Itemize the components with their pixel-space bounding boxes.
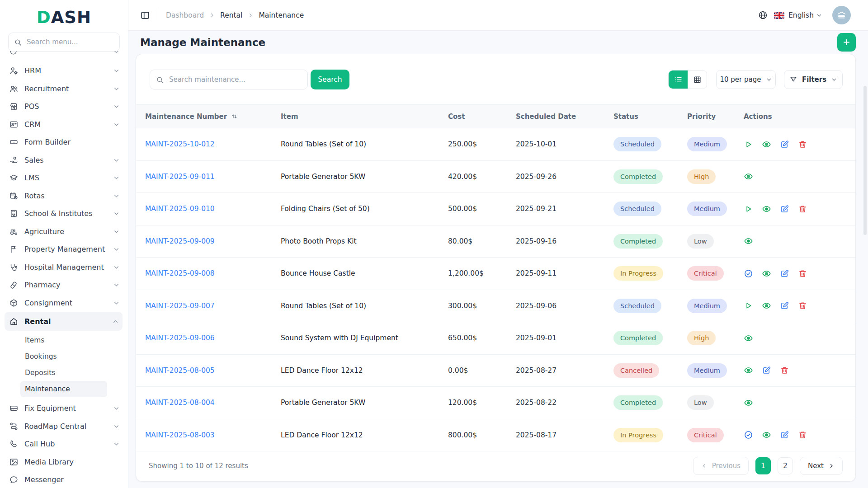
maintenance-number-link[interactable]: MAINT-2025-09-008 bbox=[145, 269, 215, 277]
cell-cost: 650.00$ bbox=[439, 322, 507, 355]
sidebar-item-label: Hospital Management bbox=[24, 263, 107, 272]
delete-button[interactable] bbox=[798, 140, 807, 149]
sidebar-item-messenger[interactable]: Messenger bbox=[0, 471, 128, 488]
sidebar-subitem-deposits[interactable]: Deposits bbox=[17, 365, 128, 381]
breadcrumb-item-rental[interactable]: Rental bbox=[220, 11, 242, 19]
view-button[interactable] bbox=[744, 366, 753, 375]
breadcrumb-item-dashboard[interactable]: Dashboard bbox=[166, 11, 204, 19]
view-button[interactable] bbox=[762, 140, 771, 149]
globe-icon[interactable] bbox=[758, 10, 768, 20]
sidebar-item-rental[interactable]: Rental bbox=[5, 312, 123, 331]
sidebar-item-school-institutes[interactable]: School & Institutes bbox=[0, 205, 128, 223]
maintenance-number-link[interactable]: MAINT-2025-08-003 bbox=[145, 431, 215, 439]
play-button[interactable] bbox=[744, 140, 753, 149]
play-button[interactable] bbox=[744, 301, 753, 310]
sidebar-toggle-icon[interactable] bbox=[140, 10, 150, 20]
column-header-cost: Cost bbox=[439, 105, 507, 128]
delete-button[interactable] bbox=[798, 301, 807, 310]
sidebar-search-input[interactable] bbox=[26, 38, 114, 47]
maintenance-number-link[interactable]: MAINT-2025-09-011 bbox=[145, 173, 215, 181]
maintenance-number-link[interactable]: MAINT-2025-09-009 bbox=[145, 237, 215, 245]
view-button[interactable] bbox=[744, 333, 753, 343]
sidebar-item-consignment[interactable]: Consignment bbox=[0, 294, 128, 312]
grid-view-button[interactable] bbox=[688, 70, 707, 89]
next-page-button[interactable]: Next bbox=[800, 457, 843, 475]
sidebar-item-crm[interactable]: CRM bbox=[0, 116, 128, 134]
view-button[interactable] bbox=[762, 269, 771, 278]
breadcrumb-item-maintenance[interactable]: Maintenance bbox=[259, 11, 304, 19]
edit-button[interactable] bbox=[780, 140, 789, 149]
view-button[interactable] bbox=[744, 236, 753, 246]
maintenance-number-link[interactable]: MAINT-2025-09-007 bbox=[145, 302, 215, 310]
sidebar-item-agriculture[interactable]: Agriculture bbox=[0, 223, 128, 241]
complete-button[interactable] bbox=[744, 269, 753, 278]
maintenance-number-link[interactable]: MAINT-2025-09-010 bbox=[145, 205, 215, 213]
sidebar-item-fix-equipment[interactable]: Fix Equipment bbox=[0, 399, 128, 418]
maintenance-number-link[interactable]: MAINT-2025-08-004 bbox=[145, 399, 215, 407]
view-button[interactable] bbox=[744, 172, 753, 181]
status-badge: Completed bbox=[613, 169, 663, 184]
play-button[interactable] bbox=[744, 204, 753, 214]
filters-button[interactable]: Filters bbox=[784, 70, 843, 89]
status-badge: In Progress bbox=[613, 266, 663, 281]
brand-logo[interactable]: DASH bbox=[0, 7, 128, 27]
table-search-input[interactable] bbox=[168, 75, 302, 84]
cell-scheduled-date: 2025-09-16 bbox=[507, 225, 606, 258]
list-view-button[interactable] bbox=[669, 70, 688, 89]
sidebar-item-pos[interactable]: POS bbox=[0, 98, 128, 116]
view-button[interactable] bbox=[762, 430, 771, 440]
table-row: MAINT-2025-09-009 Photo Booth Props Kit … bbox=[136, 225, 855, 258]
maintenance-number-link[interactable]: MAINT-2025-09-006 bbox=[145, 334, 215, 342]
sidebar-item-recruitment[interactable]: Recruitment bbox=[0, 80, 128, 98]
chevron-down-icon bbox=[113, 121, 120, 128]
delete-button[interactable] bbox=[798, 269, 807, 278]
avatar[interactable] bbox=[832, 6, 851, 24]
column-label: Status bbox=[613, 113, 638, 121]
sidebar-item-rotas[interactable]: Rotas bbox=[0, 187, 128, 205]
maintenance-number-link[interactable]: MAINT-2025-08-005 bbox=[145, 366, 215, 375]
column-header-scheduled-date: Scheduled Date bbox=[507, 105, 606, 128]
page-title: Manage Maintenance bbox=[140, 37, 265, 48]
sidebar-item-lms[interactable]: LMS bbox=[0, 169, 128, 187]
delete-button[interactable] bbox=[780, 366, 789, 375]
complete-button[interactable] bbox=[744, 430, 753, 440]
previous-page-button[interactable]: Previous bbox=[693, 457, 749, 475]
maintenance-number-link[interactable]: MAINT-2025-10-012 bbox=[145, 140, 215, 148]
sidebar-subitem-items[interactable]: Items bbox=[17, 332, 128, 348]
uk-flag-icon[interactable] bbox=[774, 12, 784, 19]
sidebar-item-sales[interactable]: Sales bbox=[0, 151, 128, 169]
view-button[interactable] bbox=[762, 204, 771, 214]
delete-button[interactable] bbox=[798, 430, 807, 440]
edit-button[interactable] bbox=[780, 269, 789, 278]
view-button[interactable] bbox=[762, 301, 771, 310]
sidebar-subitem-bookings[interactable]: Bookings bbox=[17, 348, 128, 365]
sidebar-item-hospital-management[interactable]: Hospital Management bbox=[0, 258, 128, 277]
cell-item: Sound System with DJ Equipment bbox=[272, 322, 439, 355]
sidebar-item-hrm[interactable]: HRM bbox=[0, 62, 128, 80]
sidebar-subitem-maintenance[interactable]: Maintenance bbox=[20, 381, 107, 397]
delete-button[interactable] bbox=[798, 204, 807, 214]
sidebar-item-pharmacy[interactable]: Pharmacy bbox=[0, 276, 128, 294]
sidebar-item-form-builder[interactable]: Form Builder bbox=[0, 133, 128, 151]
per-page-select[interactable]: 10 per page bbox=[716, 70, 776, 89]
language-selector[interactable]: English bbox=[788, 11, 814, 19]
page-button-2[interactable]: 2 bbox=[778, 457, 793, 474]
row-actions bbox=[744, 236, 855, 246]
sort-icon[interactable] bbox=[231, 113, 238, 120]
sidebar-item-roadmap-central[interactable]: RoadMap Central bbox=[0, 418, 128, 436]
sidebar-item-call-hub[interactable]: Call Hub bbox=[0, 435, 128, 453]
edit-button[interactable] bbox=[780, 204, 789, 214]
search-button[interactable]: Search bbox=[311, 70, 349, 89]
chevron-down-icon[interactable] bbox=[816, 12, 822, 19]
add-maintenance-button[interactable] bbox=[837, 33, 856, 52]
edit-button[interactable] bbox=[762, 366, 771, 375]
page-button-1[interactable]: 1 bbox=[755, 457, 771, 474]
edit-button[interactable] bbox=[780, 430, 789, 440]
per-page-value: 10 per page bbox=[720, 75, 761, 84]
page-scrollbar[interactable] bbox=[863, 86, 867, 235]
view-button[interactable] bbox=[744, 398, 753, 408]
sidebar-item-clipped[interactable] bbox=[0, 51, 128, 62]
edit-button[interactable] bbox=[780, 301, 789, 310]
sidebar-item-media-library[interactable]: Media Library bbox=[0, 453, 128, 471]
sidebar-item-property-management[interactable]: Property Management bbox=[0, 240, 128, 258]
